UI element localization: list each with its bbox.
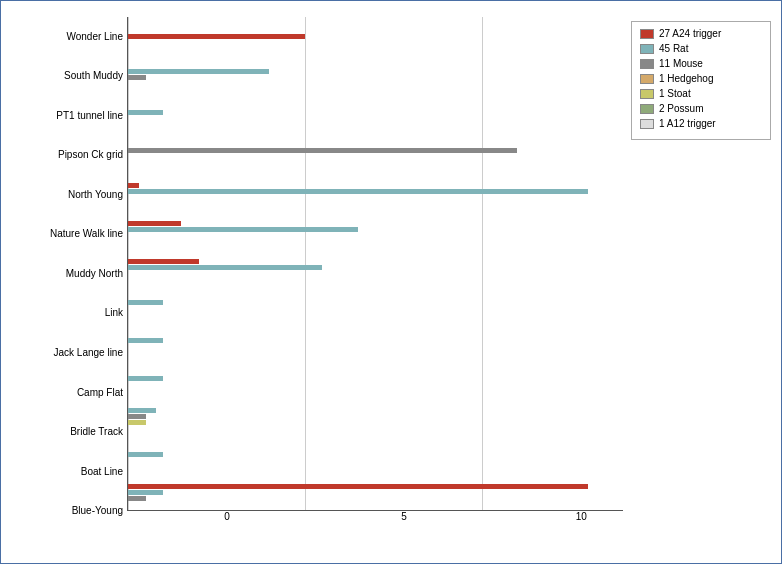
legend-item: 27 A24 trigger [640, 28, 762, 39]
bar [128, 75, 146, 80]
plot-area [127, 17, 623, 511]
legend-item: 1 A12 trigger [640, 118, 762, 129]
legend-label: 11 Mouse [659, 58, 703, 69]
legend-item: 45 Rat [640, 43, 762, 54]
bar-group [128, 17, 623, 55]
bar [128, 300, 163, 305]
bar [128, 452, 163, 457]
bar [128, 227, 358, 232]
x-tick: 5 [401, 511, 407, 522]
bar [128, 408, 156, 413]
bar [128, 376, 163, 381]
legend-color [640, 89, 654, 99]
legend-color [640, 74, 654, 84]
bar-group [128, 283, 623, 321]
bar-group [128, 93, 623, 131]
legend-label: 1 Stoat [659, 88, 691, 99]
legend-color [640, 104, 654, 114]
y-labels: Wonder LineSouth MuddyPT1 tunnel linePip… [27, 17, 127, 531]
legend: 27 A24 trigger45 Rat11 Mouse1 Hedgehog1 … [631, 21, 771, 140]
legend-item: 11 Mouse [640, 58, 762, 69]
bar [128, 69, 269, 74]
legend-color [640, 44, 654, 54]
bar [128, 265, 322, 270]
bar-group [128, 321, 623, 359]
legend-item: 2 Possum [640, 103, 762, 114]
legend-label: 1 Hedgehog [659, 73, 714, 84]
y-label: Nature Walk line [27, 229, 123, 239]
legend-color [640, 119, 654, 129]
x-axis: 0510 [227, 511, 723, 529]
x-tick: 10 [576, 511, 587, 522]
y-label: Camp Flat [27, 388, 123, 398]
bar-group [128, 169, 623, 207]
y-label: Muddy North [27, 269, 123, 279]
legend-label: 1 A12 trigger [659, 118, 716, 129]
bar [128, 148, 517, 153]
bar [128, 259, 199, 264]
bar-group [128, 131, 623, 169]
bar-group [128, 435, 623, 473]
bar [128, 189, 588, 194]
bar-group [128, 473, 623, 511]
bar-group [128, 359, 623, 397]
y-label: Wonder Line [27, 32, 123, 42]
bar [128, 338, 163, 343]
y-label: Blue-Young [27, 506, 123, 516]
bar-group [128, 207, 623, 245]
bar [128, 484, 588, 489]
y-label: Link [27, 308, 123, 318]
bar [128, 183, 139, 188]
legend-color [640, 29, 654, 39]
bar [128, 221, 181, 226]
y-label: Pipson Ck grid [27, 150, 123, 160]
y-label: Bridle Track [27, 427, 123, 437]
y-label: Boat Line [27, 467, 123, 477]
x-tick: 0 [224, 511, 230, 522]
bar-group [128, 245, 623, 283]
y-label: PT1 tunnel line [27, 111, 123, 121]
y-label: Jack Lange line [27, 348, 123, 358]
bar [128, 496, 146, 501]
legend-color [640, 59, 654, 69]
bar [128, 110, 163, 115]
y-label: South Muddy [27, 71, 123, 81]
chart-container: Wonder LineSouth MuddyPT1 tunnel linePip… [0, 0, 782, 564]
bar-group [128, 397, 623, 435]
y-axis-label [11, 17, 27, 531]
legend-item: 1 Hedgehog [640, 73, 762, 84]
legend-label: 27 A24 trigger [659, 28, 721, 39]
bar-group [128, 55, 623, 93]
bar [128, 490, 163, 495]
bar [128, 34, 305, 39]
y-label: North Young [27, 190, 123, 200]
legend-label: 45 Rat [659, 43, 688, 54]
bar [128, 414, 146, 419]
bar [128, 420, 146, 425]
legend-label: 2 Possum [659, 103, 703, 114]
legend-item: 1 Stoat [640, 88, 762, 99]
